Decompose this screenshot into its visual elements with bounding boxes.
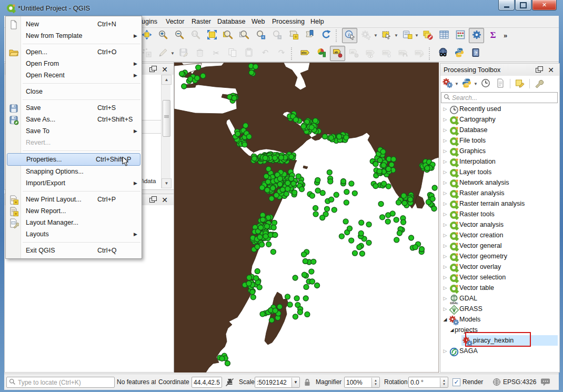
file-menu-item-new-report[interactable]: New Report... [6, 205, 142, 217]
menu-database[interactable]: Database [215, 17, 248, 26]
expand-arrow-icon[interactable]: ▷ [443, 306, 448, 311]
pin-unpin-labels-button[interactable]: ab [330, 46, 345, 61]
browser-scrollbar[interactable]: ▲ ▼ [161, 75, 170, 188]
select-by-value-button[interactable] [399, 28, 415, 43]
scale-dropdown-arrow[interactable]: ▼ [291, 378, 299, 387]
file-menu-item-properties[interactable]: Properties...Ctrl+Shift+P [7, 153, 140, 166]
models-menu-button[interactable] [441, 77, 455, 91]
expand-arrow-icon[interactable]: ▷ [443, 285, 448, 290]
expand-arrow-icon[interactable]: ▷ [443, 190, 448, 196]
expand-arrow-icon[interactable]: ▷ [443, 169, 448, 175]
maximize-button[interactable] [515, 0, 531, 11]
scale-combobox[interactable]: :50192142 ▼ [255, 377, 300, 388]
metasearch-button[interactable] [435, 46, 450, 61]
tree-item-vector-creation[interactable]: ▷Vector creation [440, 230, 558, 240]
locate-input[interactable]: Type to locate (Ctrl+K) [6, 377, 115, 388]
rotation-spinbox[interactable]: 0.0 ° ▲▼ [408, 377, 448, 388]
extents-icon[interactable] [225, 377, 234, 387]
menu-help[interactable]: Help [308, 17, 326, 26]
tree-item-gdal[interactable]: ▷GDALGDAL [440, 293, 558, 304]
file-menu-item-layout-manager[interactable]: Layout Manager... [6, 217, 142, 228]
expand-arrow-icon[interactable]: ▷ [443, 180, 448, 185]
expand-arrow-icon[interactable]: ▷ [443, 275, 448, 280]
browser-float-icon[interactable] [148, 66, 156, 73]
layer-diagram-options-button[interactable] [314, 46, 329, 61]
select-features-dropdown-arrow[interactable]: ▼ [394, 33, 398, 38]
zoom-to-layer-button[interactable] [220, 28, 236, 43]
deselect-all-button[interactable] [420, 28, 435, 43]
expand-arrow-icon[interactable]: ▷ [443, 201, 448, 206]
coordinate-input[interactable]: 44.4,42.5 [192, 377, 222, 388]
file-menu-item-open[interactable]: Open...Ctrl+O [6, 46, 142, 58]
processing-search-input[interactable]: Search... [441, 92, 558, 103]
options-button[interactable] [532, 77, 546, 91]
tree-item-recently-used[interactable]: ▷Recently used [440, 104, 558, 114]
magnifier-spin-arrows[interactable]: ▲▼ [371, 378, 379, 387]
processing-toolbox-toggle-button[interactable] [469, 28, 484, 43]
menu-web[interactable]: Web [249, 17, 267, 26]
expand-arrow-icon[interactable]: ▷ [443, 117, 448, 122]
expand-arrow-icon[interactable]: ▷ [443, 138, 448, 143]
tree-item-interpolation[interactable]: ▷Interpolation [440, 156, 558, 167]
expand-arrow-icon[interactable]: ▷ [443, 106, 448, 112]
file-menu-item-open-from[interactable]: Open From▶ [6, 58, 142, 69]
expand-arrow-icon[interactable]: ▷ [443, 148, 448, 154]
help-contents-button[interactable]: ? [468, 46, 483, 61]
file-menu-item-save-to[interactable]: Save To▶ [6, 125, 142, 137]
scripts-menu-dropdown-arrow[interactable]: ▼ [474, 82, 478, 86]
statistical-summary-button[interactable]: Σ [485, 28, 500, 43]
layers-float-icon[interactable] [148, 196, 156, 204]
expand-arrow-icon[interactable]: ▷ [443, 222, 448, 227]
title-bar[interactable]: *Untitled Project - QGIS ✕ [0, 0, 563, 16]
tree-item-raster-terrain-analysis[interactable]: ▷Raster terrain analysis [440, 198, 558, 209]
menu-processing[interactable]: Processing [270, 17, 307, 26]
map-canvas[interactable] [174, 62, 439, 373]
layers-close-icon[interactable]: ✕ [160, 196, 169, 204]
scripts-menu-button[interactable] [460, 77, 474, 91]
file-menu-item-exit-qgis[interactable]: Exit QGISCtrl+Q [6, 245, 142, 256]
select-by-value-dropdown-arrow[interactable]: ▼ [415, 33, 419, 38]
expand-arrow-icon[interactable]: ▷ [443, 243, 448, 248]
file-menu-item-new-from-template[interactable]: New from Template▶ [6, 30, 142, 42]
tree-item-vector-selection[interactable]: ▷Vector selection [440, 272, 558, 283]
file-menu-item-snapping-options[interactable]: Snapping Options... [6, 166, 142, 177]
open-attribute-table-button[interactable] [436, 28, 451, 43]
crs-globe-icon[interactable] [492, 377, 501, 387]
tree-item-vector-overlay[interactable]: ▷Vector overlay [440, 262, 558, 272]
tree-item-layer-tools[interactable]: ▷Layer tools [440, 167, 558, 177]
file-menu-item-open-recent[interactable]: Open Recent▶ [6, 69, 142, 81]
file-menu-item-layouts[interactable]: Layouts▶ [6, 228, 142, 240]
models-menu-dropdown-arrow[interactable]: ▼ [455, 82, 459, 86]
processing-close-icon[interactable]: ✕ [547, 66, 555, 74]
tree-item-vector-general[interactable]: ▷Vector general [440, 240, 558, 251]
expand-arrow-icon[interactable]: ▷ [443, 254, 448, 259]
processing-panel-titlebar[interactable]: Processing Toolbox ✕ [440, 63, 560, 77]
tree-item-vector-analysis[interactable]: ▷Vector analysis [440, 219, 558, 230]
refresh-map-button[interactable] [318, 28, 334, 43]
tree-item-cartography[interactable]: ▷Cartography [440, 114, 558, 125]
tree-item-network-analysis[interactable]: ▷Network analysis [440, 177, 558, 188]
collapse-arrow-icon[interactable]: ◢ [449, 327, 455, 333]
close-button[interactable]: ✕ [532, 0, 557, 11]
tree-item-raster-analysis[interactable]: ▷Raster analysis [440, 188, 558, 198]
python-console-button[interactable] [451, 46, 467, 61]
menu-raster[interactable]: Raster [189, 17, 213, 26]
processing-float-icon[interactable] [534, 66, 542, 74]
zoom-to-selection-button[interactable] [237, 28, 252, 43]
file-menu-item-new-print-layout[interactable]: New Print Layout...Ctrl+P [6, 194, 142, 205]
new-spatial-bookmark-button[interactable] [286, 28, 301, 43]
select-features-button[interactable] [379, 28, 394, 43]
zoom-last-button[interactable]: < [253, 28, 268, 43]
menu-vector[interactable]: Vector [164, 17, 186, 26]
history-button[interactable] [479, 77, 492, 91]
messages-bubble-icon[interactable] [541, 377, 550, 387]
zoom-out-button[interactable] [172, 28, 187, 43]
tree-item-grass[interactable]: ▷GRASS [440, 304, 558, 314]
minimize-button[interactable] [498, 0, 515, 11]
file-menu-item-close[interactable]: Close [6, 86, 142, 97]
basic-statistics-button[interactable] [453, 28, 468, 43]
tree-item-models[interactable]: ◢Models [440, 314, 558, 325]
zoom-in-button[interactable] [155, 28, 170, 43]
tree-item-saga[interactable]: ▷SAGA [440, 346, 558, 356]
magnifier-spinbox[interactable]: 100% ▲▼ [344, 377, 380, 388]
